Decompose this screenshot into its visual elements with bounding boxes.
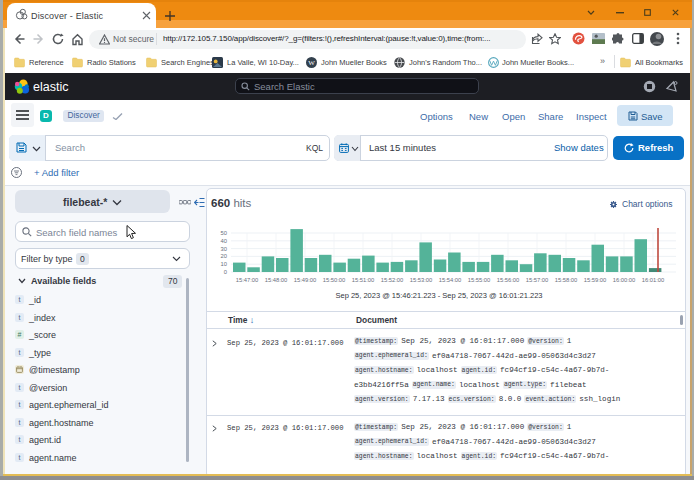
svg-text:15:52:00: 15:52:00 <box>381 277 404 283</box>
svg-text:15:55:00: 15:55:00 <box>468 277 491 283</box>
svg-text:30: 30 <box>221 246 227 252</box>
svg-text:15:57:00: 15:57:00 <box>526 277 549 283</box>
svg-text:15:53:00: 15:53:00 <box>410 277 433 283</box>
svg-text:40: 40 <box>221 238 227 244</box>
svg-text:16:01:00: 16:01:00 <box>642 277 665 283</box>
svg-text:10: 10 <box>221 261 227 267</box>
svg-text:15:54:00: 15:54:00 <box>439 277 462 283</box>
svg-text:15:59:00: 15:59:00 <box>584 277 607 283</box>
svg-text:0: 0 <box>224 269 227 275</box>
svg-text:15:50:00: 15:50:00 <box>323 277 346 283</box>
svg-text:15:49:00: 15:49:00 <box>294 277 317 283</box>
svg-text:15:51:00: 15:51:00 <box>352 277 375 283</box>
svg-text:W: W <box>308 59 315 67</box>
svg-text:15:58:00: 15:58:00 <box>555 277 578 283</box>
svg-text:50: 50 <box>221 230 227 236</box>
svg-text:15:47:00: 15:47:00 <box>236 277 259 283</box>
svg-text:15:56:00: 15:56:00 <box>497 277 520 283</box>
svg-text:15:48:00: 15:48:00 <box>265 277 288 283</box>
svg-text:20: 20 <box>221 253 227 259</box>
svg-text:16:00:00: 16:00:00 <box>613 277 636 283</box>
